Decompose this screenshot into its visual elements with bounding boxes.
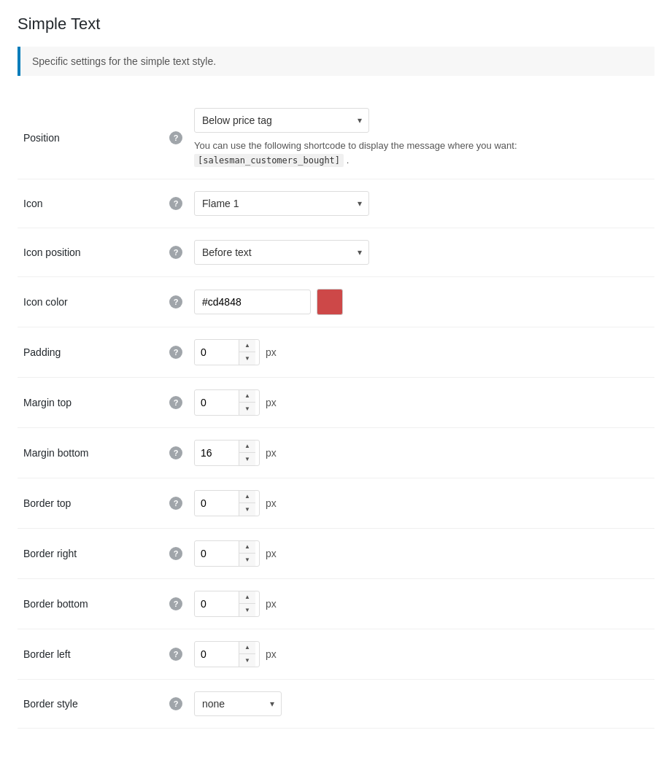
border-right-down-button[interactable]: ▼ bbox=[239, 554, 255, 566]
margin-top-help-icon[interactable]: ? bbox=[169, 396, 182, 409]
margin-bottom-up-button[interactable]: ▲ bbox=[239, 440, 255, 453]
padding-up-button[interactable]: ▲ bbox=[239, 340, 255, 352]
padding-down-button[interactable]: ▼ bbox=[239, 352, 255, 365]
icon-color-help-icon[interactable]: ? bbox=[169, 295, 182, 308]
margin-top-unit: px bbox=[266, 397, 277, 408]
icon-select[interactable]: Flame 1 Flame 2 Star Heart None bbox=[194, 191, 369, 216]
border-right-label: Border right bbox=[23, 548, 77, 559]
border-top-help-icon[interactable]: ? bbox=[169, 497, 182, 510]
margin-bottom-help-icon[interactable]: ? bbox=[169, 446, 182, 459]
border-top-down-button[interactable]: ▼ bbox=[239, 503, 255, 516]
icon-color-swatch[interactable] bbox=[317, 289, 343, 315]
padding-row: Padding ? ▲ ▼ px bbox=[18, 327, 654, 378]
padding-help-icon[interactable]: ? bbox=[169, 346, 182, 359]
border-right-up-button[interactable]: ▲ bbox=[239, 541, 255, 554]
info-box: Specific settings for the simple text st… bbox=[18, 47, 654, 76]
border-bottom-unit: px bbox=[266, 598, 277, 610]
border-left-spinners: ▲ ▼ bbox=[239, 642, 255, 667]
border-top-unit: px bbox=[266, 497, 277, 509]
shortcode-suffix: . bbox=[347, 155, 349, 166]
margin-top-spinners: ▲ ▼ bbox=[239, 390, 255, 415]
icon-position-help-icon[interactable]: ? bbox=[169, 246, 182, 259]
border-right-unit: px bbox=[266, 548, 277, 559]
margin-bottom-input[interactable] bbox=[195, 441, 239, 465]
border-style-select[interactable]: none solid dashed dotted double bbox=[194, 691, 282, 716]
margin-bottom-down-button[interactable]: ▼ bbox=[239, 453, 255, 465]
position-label: Position bbox=[23, 132, 60, 144]
position-help-icon[interactable]: ? bbox=[169, 131, 182, 144]
border-right-input-group: ▲ ▼ px bbox=[194, 540, 649, 567]
margin-top-down-button[interactable]: ▼ bbox=[239, 403, 255, 415]
border-left-help-icon[interactable]: ? bbox=[169, 648, 182, 661]
icon-help-icon[interactable]: ? bbox=[169, 197, 182, 210]
border-right-help-icon[interactable]: ? bbox=[169, 547, 182, 560]
border-left-up-button[interactable]: ▲ bbox=[239, 642, 255, 654]
border-left-row: Border left ? ▲ ▼ px bbox=[18, 629, 654, 680]
shortcode-text: You can use the following shortcode to d… bbox=[194, 140, 517, 151]
border-right-input[interactable] bbox=[195, 542, 239, 565]
margin-bottom-number-container: ▲ ▼ bbox=[194, 440, 260, 466]
icon-position-row: Icon position ? Before text After text ▾ bbox=[18, 228, 654, 277]
margin-bottom-unit: px bbox=[266, 447, 277, 459]
padding-spinners: ▲ ▼ bbox=[239, 340, 255, 365]
margin-bottom-label: Margin bottom bbox=[23, 447, 88, 459]
margin-top-input-group: ▲ ▼ px bbox=[194, 389, 649, 416]
border-bottom-label: Border bottom bbox=[23, 598, 88, 610]
border-style-row: Border style ? none solid dashed dotted … bbox=[18, 680, 654, 729]
icon-row: Icon ? Flame 1 Flame 2 Star Heart None ▾ bbox=[18, 179, 654, 228]
border-bottom-input-group: ▲ ▼ px bbox=[194, 591, 649, 617]
border-right-spinners: ▲ ▼ bbox=[239, 541, 255, 566]
position-select[interactable]: Below price tag Above price tag Before t… bbox=[194, 108, 369, 133]
info-text: Specific settings for the simple text st… bbox=[32, 55, 216, 67]
border-left-input[interactable] bbox=[195, 643, 239, 666]
border-bottom-down-button[interactable]: ▼ bbox=[239, 604, 255, 616]
border-left-label: Border left bbox=[23, 648, 71, 660]
icon-position-select[interactable]: Before text After text bbox=[194, 240, 369, 265]
border-left-number-container: ▲ ▼ bbox=[194, 641, 260, 667]
border-bottom-number-container: ▲ ▼ bbox=[194, 591, 260, 617]
margin-bottom-row: Margin bottom ? ▲ ▼ px bbox=[18, 428, 654, 478]
position-row: Position ? Below price tag Above price t… bbox=[18, 96, 654, 179]
icon-label: Icon bbox=[23, 198, 42, 209]
border-top-label: Border top bbox=[23, 497, 71, 509]
margin-top-label: Margin top bbox=[23, 397, 72, 408]
icon-position-label: Icon position bbox=[23, 247, 81, 258]
border-top-input-group: ▲ ▼ px bbox=[194, 490, 649, 516]
padding-number-container: ▲ ▼ bbox=[194, 339, 260, 365]
border-style-label: Border style bbox=[23, 698, 78, 710]
margin-top-row: Margin top ? ▲ ▼ px bbox=[18, 378, 654, 428]
border-right-number-container: ▲ ▼ bbox=[194, 540, 260, 567]
border-bottom-spinners: ▲ ▼ bbox=[239, 591, 255, 616]
icon-select-wrapper: Flame 1 Flame 2 Star Heart None ▾ bbox=[194, 191, 369, 216]
padding-unit: px bbox=[266, 346, 277, 358]
border-bottom-help-icon[interactable]: ? bbox=[169, 597, 182, 610]
icon-color-text-input[interactable] bbox=[194, 290, 311, 314]
border-top-spinners: ▲ ▼ bbox=[239, 491, 255, 516]
margin-bottom-spinners: ▲ ▼ bbox=[239, 440, 255, 465]
margin-top-up-button[interactable]: ▲ bbox=[239, 390, 255, 403]
border-left-input-group: ▲ ▼ px bbox=[194, 641, 649, 667]
border-top-row: Border top ? ▲ ▼ px bbox=[18, 478, 654, 529]
border-style-select-wrapper: none solid dashed dotted double ▾ bbox=[194, 691, 282, 716]
icon-position-select-wrapper: Before text After text ▾ bbox=[194, 240, 369, 265]
padding-input[interactable] bbox=[195, 341, 239, 364]
border-top-input[interactable] bbox=[195, 492, 239, 515]
shortcode-info: You can use the following shortcode to d… bbox=[194, 139, 649, 167]
icon-color-label: Icon color bbox=[23, 296, 68, 308]
position-select-wrapper: Below price tag Above price tag Before t… bbox=[194, 108, 369, 133]
margin-top-input[interactable] bbox=[195, 391, 239, 414]
border-top-up-button[interactable]: ▲ bbox=[239, 491, 255, 503]
border-style-help-icon[interactable]: ? bbox=[169, 697, 182, 710]
border-bottom-row: Border bottom ? ▲ ▼ px bbox=[18, 579, 654, 629]
padding-input-group: ▲ ▼ px bbox=[194, 339, 649, 365]
settings-table: Position ? Below price tag Above price t… bbox=[18, 96, 654, 729]
border-left-down-button[interactable]: ▼ bbox=[239, 654, 255, 667]
icon-color-input-group bbox=[194, 289, 649, 315]
padding-label: Padding bbox=[23, 346, 61, 358]
border-top-number-container: ▲ ▼ bbox=[194, 490, 260, 516]
margin-top-number-container: ▲ ▼ bbox=[194, 389, 260, 416]
shortcode-value: [salesman_customers_bought] bbox=[194, 154, 344, 167]
border-bottom-up-button[interactable]: ▲ bbox=[239, 591, 255, 604]
border-bottom-input[interactable] bbox=[195, 592, 239, 616]
border-left-unit: px bbox=[266, 648, 277, 660]
